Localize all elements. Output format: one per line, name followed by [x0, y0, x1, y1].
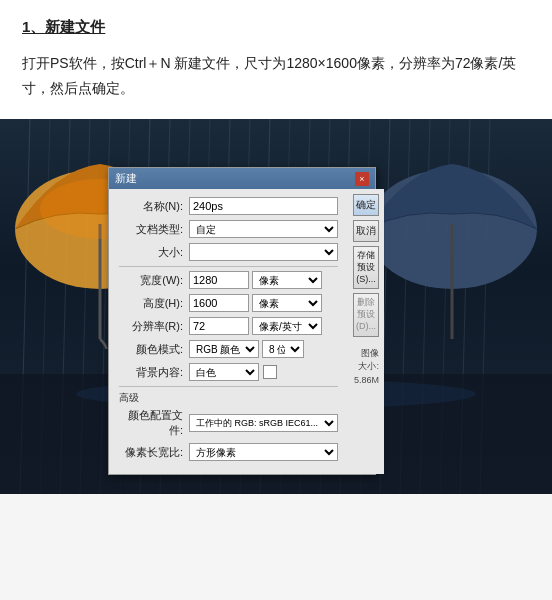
- name-input[interactable]: [189, 197, 338, 215]
- dialog-title: 新建: [115, 171, 137, 186]
- profile-row: 颜色配置文件: 工作中的 RGB: sRGB IEC61...: [119, 408, 338, 438]
- doctype-row: 文档类型: 自定: [119, 220, 338, 238]
- image-section: 新建 × 名称(N): 文档类型: 自定: [0, 119, 552, 494]
- divider2: [119, 386, 338, 387]
- height-label: 高度(H):: [119, 296, 189, 311]
- bg-scene: 新建 × 名称(N): 文档类型: 自定: [0, 119, 552, 494]
- dialog-body: 名称(N): 文档类型: 自定 大小:: [109, 189, 348, 474]
- section-title: 1、新建文件: [22, 18, 105, 37]
- colormode-label: 颜色模式:: [119, 342, 189, 357]
- advanced-label: 高级: [119, 391, 338, 405]
- size-row: 大小:: [119, 243, 338, 261]
- doctype-label: 文档类型:: [119, 222, 189, 237]
- image-size-label: 图像大小:: [358, 348, 379, 372]
- resolution-label: 分辨率(R):: [119, 319, 189, 334]
- close-button[interactable]: ×: [355, 172, 369, 186]
- size-info: 图像大小: 5.86M: [353, 347, 379, 388]
- height-input[interactable]: [189, 294, 249, 312]
- ok-button[interactable]: 确定: [353, 194, 379, 216]
- image-size-value: 5.86M: [354, 375, 379, 385]
- cancel-button[interactable]: 取消: [353, 220, 379, 242]
- umbrella-right: [362, 149, 542, 349]
- bg-color-swatch[interactable]: [263, 365, 277, 379]
- delete-preset-button[interactable]: 删除预设(D)...: [353, 293, 379, 336]
- bg-row: 背景内容: 白色: [119, 363, 338, 381]
- colormode-row: 颜色模式: RGB 颜色 8 位: [119, 340, 338, 358]
- width-row: 宽度(W): 像素: [119, 271, 338, 289]
- top-section: 1、新建文件 打开PS软件，按Ctrl＋N 新建文件，尺寸为1280×1600像…: [0, 0, 552, 119]
- bg-label: 背景内容:: [119, 365, 189, 380]
- width-label: 宽度(W):: [119, 273, 189, 288]
- colormode-select[interactable]: RGB 颜色: [189, 340, 259, 358]
- height-unit-select[interactable]: 像素: [252, 294, 322, 312]
- dialog-sidebar: 确定 取消 存储预设(S)... 删除预设(D)... 图像大小: 5.86M: [348, 189, 384, 474]
- width-unit-select[interactable]: 像素: [252, 271, 322, 289]
- dialog-main: 名称(N): 文档类型: 自定 大小:: [109, 189, 348, 474]
- width-input[interactable]: [189, 271, 249, 289]
- section-body: 打开PS软件，按Ctrl＋N 新建文件，尺寸为1280×1600像素，分辨率为7…: [22, 51, 530, 101]
- size-select[interactable]: [189, 243, 338, 261]
- aspect-row: 像素长宽比: 方形像素: [119, 443, 338, 461]
- divider1: [119, 266, 338, 267]
- aspect-label: 像素长宽比:: [119, 445, 189, 460]
- resolution-unit-select[interactable]: 像素/英寸: [252, 317, 322, 335]
- resolution-input[interactable]: [189, 317, 249, 335]
- colordepth-select[interactable]: 8 位: [262, 340, 304, 358]
- profile-label: 颜色配置文件:: [119, 408, 189, 438]
- name-row: 名称(N):: [119, 197, 338, 215]
- doctype-select[interactable]: 自定: [189, 220, 338, 238]
- resolution-row: 分辨率(R): 像素/英寸: [119, 317, 338, 335]
- name-label: 名称(N):: [119, 199, 189, 214]
- dialog-content: 名称(N): 文档类型: 自定 大小:: [109, 189, 375, 474]
- aspect-select[interactable]: 方形像素: [189, 443, 338, 461]
- size-label: 大小:: [119, 245, 189, 260]
- profile-select[interactable]: 工作中的 RGB: sRGB IEC61...: [189, 414, 338, 432]
- dialog-titlebar: 新建 ×: [109, 168, 375, 189]
- save-preset-button[interactable]: 存储预设(S)...: [353, 246, 379, 289]
- bg-select[interactable]: 白色: [189, 363, 259, 381]
- new-file-dialog: 新建 × 名称(N): 文档类型: 自定: [108, 167, 376, 475]
- height-row: 高度(H): 像素: [119, 294, 338, 312]
